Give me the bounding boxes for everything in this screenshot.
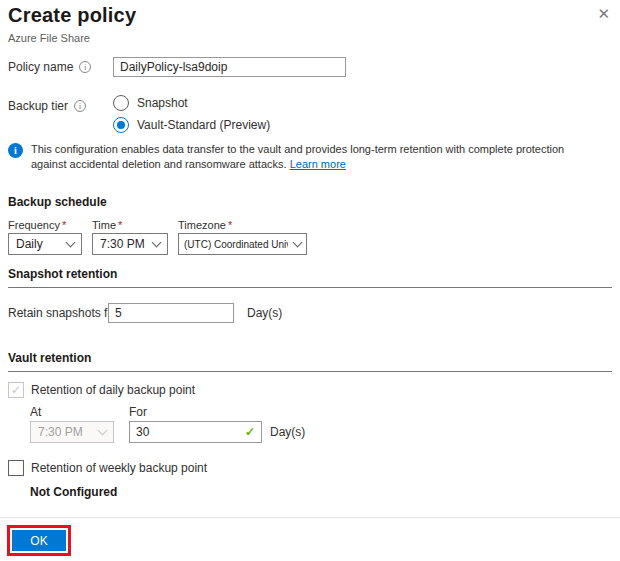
required-asterisk: * [228,219,232,231]
chevron-down-icon [98,426,108,436]
at-label: At [30,405,41,419]
required-asterisk: * [118,219,122,231]
radio-snapshot-label: Snapshot [137,96,188,110]
info-banner-text: This configuration enables data transfer… [31,142,576,172]
snapshot-unit-label: Day(s) [247,306,282,320]
frequency-label: Frequency* [8,219,66,231]
info-icon[interactable]: i [74,100,86,112]
section-divider [8,287,612,288]
retain-snapshots-label: Retain snapshots for [8,306,118,320]
for-label: For [129,405,147,419]
backup-tier-options: Snapshot Vault-Standard (Preview) [113,92,270,136]
policy-name-label-row: Policy name i [8,60,91,74]
footer-divider [0,517,620,518]
time-value: 7:30 PM [100,237,145,251]
page-subtitle: Azure File Share [8,32,90,44]
create-policy-dialog: Create policy Azure File Share ✕ Policy … [0,0,620,561]
frequency-dropdown[interactable]: Daily [8,233,82,255]
backup-tier-label-row: Backup tier i [8,99,86,113]
ok-button[interactable]: OK [12,530,66,551]
chevron-down-icon [66,238,76,248]
weekly-status-text: Not Configured [30,485,117,499]
section-divider [8,371,612,372]
radio-icon [113,117,129,133]
policy-name-value: DailyPolicy-lsa9doip [120,60,227,74]
policy-name-input[interactable]: DailyPolicy-lsa9doip [113,57,346,77]
radio-icon [113,95,129,111]
time-dropdown[interactable]: 7:30 PM [92,233,168,255]
info-icon[interactable]: i [79,61,91,73]
close-icon[interactable]: ✕ [597,6,610,22]
weekly-backup-label: Retention of weekly backup point [31,461,207,475]
timezone-label: Timezone* [178,219,232,231]
required-asterisk: * [62,219,66,231]
valid-check-icon: ✓ [245,425,255,439]
policy-name-label: Policy name [8,60,73,74]
daily-backup-label: Retention of daily backup point [31,383,195,397]
vault-retention-heading: Vault retention [8,351,91,365]
backup-tier-label: Backup tier [8,99,68,113]
for-days-value: 30 [136,425,149,439]
chevron-down-icon [152,238,162,248]
chevron-down-icon [293,238,303,248]
at-time-value: 7:30 PM [38,425,83,439]
checkbox-unchecked-icon[interactable]: ✓ [8,460,24,476]
backup-schedule-heading: Backup schedule [8,195,107,209]
frequency-value: Daily [16,237,43,251]
snapshot-retention-heading: Snapshot retention [8,267,117,281]
daily-backup-checkbox-row: ✓ Retention of daily backup point [8,382,195,398]
for-days-input[interactable]: 30 ✓ [129,421,262,443]
weekly-backup-checkbox-row: ✓ Retention of weekly backup point [8,460,207,476]
timezone-value: (UTC) Coordinated Universal Time [184,239,288,250]
retain-snapshots-input[interactable]: 5 [108,303,234,323]
timezone-dropdown[interactable]: (UTC) Coordinated Universal Time [178,233,307,255]
annotation-highlight-box: OK [7,525,71,556]
radio-vault-standard-label: Vault-Standard (Preview) [137,118,270,132]
daily-unit-label: Day(s) [270,425,305,439]
info-banner-icon: i [8,143,23,158]
learn-more-link[interactable]: Learn more [290,158,346,170]
radio-snapshot[interactable]: Snapshot [113,92,270,114]
retain-snapshots-value: 5 [115,306,122,320]
radio-vault-standard[interactable]: Vault-Standard (Preview) [113,114,270,136]
time-label: Time* [92,219,122,231]
info-banner: i This configuration enables data transf… [8,142,583,172]
page-title: Create policy [8,4,136,27]
checkbox-checked-icon[interactable]: ✓ [8,382,24,398]
at-time-dropdown-disabled: 7:30 PM [30,421,114,443]
